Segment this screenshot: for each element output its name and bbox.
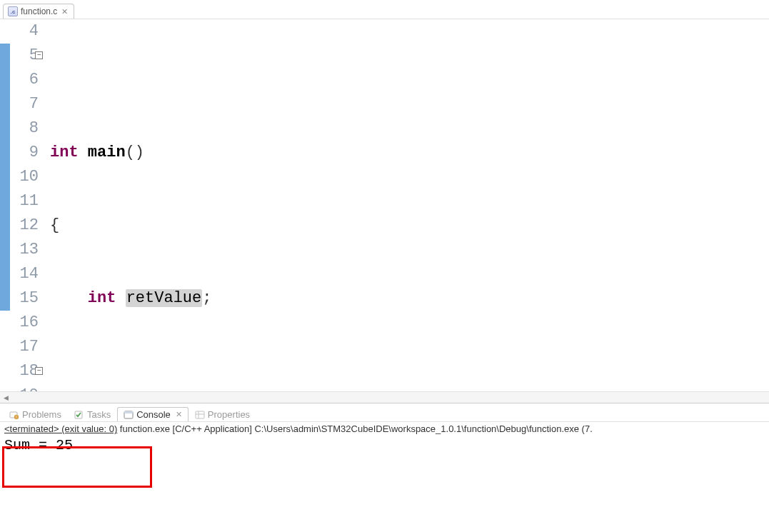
- svg-rect-6: [196, 411, 204, 418]
- editor-tabbar: .c function.c ✕: [0, 0, 769, 19]
- fold-icon[interactable]: −: [35, 367, 43, 375]
- marker-bar: [0, 19, 10, 391]
- tab-console[interactable]: Console ✕: [117, 407, 189, 421]
- bottom-panel: ! Problems Tasks Console ✕ Properties <t…: [0, 403, 769, 532]
- svg-text:!: !: [16, 415, 16, 419]
- console-termination-line: <terminated> (exit value: 0) function.ex…: [0, 422, 769, 436]
- line-number: 5−: [10, 44, 39, 68]
- code-line: int retValue;: [50, 286, 769, 311]
- scroll-left-icon[interactable]: ◀: [0, 392, 11, 403]
- tab-label: Properties: [208, 409, 250, 420]
- close-icon[interactable]: ✕: [60, 7, 68, 16]
- line-number-gutter: 4 5− 6 7 8 9 10 11 12 13 14 15 16 17 18−…: [10, 19, 44, 391]
- tab-label: Console: [136, 409, 171, 420]
- view-tabbar: ! Problems Tasks Console ✕ Properties: [0, 403, 769, 422]
- tab-problems[interactable]: ! Problems: [3, 407, 68, 421]
- tab-label: Problems: [22, 409, 61, 420]
- horizontal-scrollbar[interactable]: ◀: [0, 391, 769, 403]
- code-line: {: [50, 214, 769, 238]
- tab-properties[interactable]: Properties: [189, 407, 256, 421]
- console-output: Sum = 25: [0, 436, 769, 455]
- problems-icon: !: [9, 410, 19, 420]
- editor-area: .c function.c ✕ 4 5− 6 7 8 9 10 11 12 13…: [0, 0, 769, 403]
- code-content[interactable]: int main() { int retValue; retValue = fu…: [44, 19, 769, 391]
- tasks-icon: [74, 410, 84, 420]
- code-line: [50, 359, 769, 383]
- line-number: 4: [10, 19, 39, 44]
- console-icon: [124, 410, 134, 420]
- code-editor[interactable]: 4 5− 6 7 8 9 10 11 12 13 14 15 16 17 18−…: [0, 19, 769, 391]
- c-file-icon: .c: [8, 6, 18, 16]
- code-line: [50, 68, 769, 92]
- tab-tasks[interactable]: Tasks: [68, 407, 117, 421]
- close-icon[interactable]: ✕: [174, 410, 182, 419]
- properties-icon: [195, 410, 205, 420]
- code-line: int main(): [50, 141, 769, 165]
- line-number: 18−: [10, 359, 39, 383]
- editor-tab-label: function.c: [21, 6, 57, 16]
- svg-rect-5: [124, 411, 133, 413]
- fold-icon[interactable]: −: [35, 51, 43, 59]
- tab-label: Tasks: [87, 409, 111, 420]
- editor-tab-function-c[interactable]: .c function.c ✕: [3, 4, 74, 19]
- marker: [0, 44, 10, 68]
